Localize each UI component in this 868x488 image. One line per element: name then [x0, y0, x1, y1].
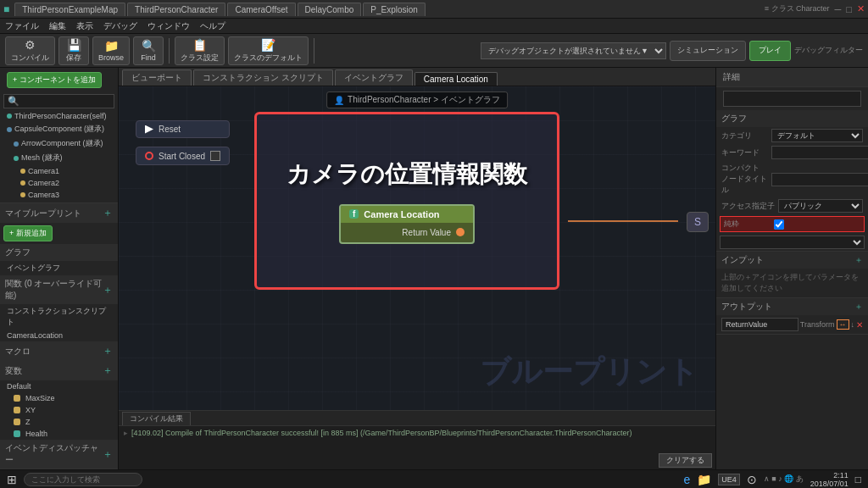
var-maxsize[interactable]: MaxSize: [0, 392, 118, 404]
tab-camera-location[interactable]: Camera Location: [415, 72, 498, 86]
taskbar-search-input[interactable]: [24, 473, 142, 486]
compile-results-tab[interactable]: コンパイル結果: [122, 412, 191, 425]
camera-location-node[interactable]: f Camera Location Return Value: [339, 204, 475, 244]
category-select[interactable]: デフォルト: [771, 129, 863, 142]
component-search-input[interactable]: [19, 97, 110, 106]
component-capsule[interactable]: CapsuleComponent (継承): [0, 122, 118, 136]
checkbox-icon[interactable]: [210, 151, 220, 161]
node-title-input[interactable]: [771, 173, 868, 186]
notification-icon[interactable]: □: [855, 474, 861, 485]
add-macro-icon[interactable]: ＋: [103, 344, 113, 358]
var-icon: [14, 419, 20, 425]
ue4-icon[interactable]: UE4: [718, 474, 740, 485]
dot-icon: [20, 180, 25, 186]
browse-button[interactable]: 📁 Browse: [92, 36, 130, 65]
tab-event-graph[interactable]: イベントグラフ: [335, 69, 413, 86]
add-output-icon[interactable]: ＋: [854, 301, 863, 313]
component-search[interactable]: 🔍: [3, 94, 114, 108]
access-label: アクセス指定子: [721, 201, 775, 212]
tab-third-person-char[interactable]: ThirdPersonCharacter: [127, 3, 225, 16]
delete-output-button[interactable]: ✕: [856, 320, 863, 330]
output-label-input[interactable]: [721, 318, 798, 331]
access-field: アクセス指定子 パブリック: [716, 197, 868, 214]
inputs-header[interactable]: インプット ＋: [716, 252, 868, 269]
macros-section-header[interactable]: マクロ＋: [0, 341, 118, 361]
class-settings-button[interactable]: 📋 クラス設定: [175, 36, 225, 65]
file-icon[interactable]: 📁: [697, 473, 711, 486]
toolbar: ⚙ コンパイル 💾 保存 📁 Browse 🔍 Find 📋 クラス設定 📝 ク…: [0, 34, 868, 68]
pure-label: 純粋: [724, 219, 771, 230]
camera-location-item[interactable]: CameraLocation: [0, 330, 118, 341]
play-button[interactable]: プレイ: [749, 41, 791, 61]
center-area: ビューポート コンストラクション スクリプト イベントグラフ Camera Lo…: [119, 68, 715, 469]
compile-button[interactable]: ⚙ コンパイル: [5, 36, 55, 65]
save-button[interactable]: 💾 保存: [58, 36, 89, 65]
tab-explosion[interactable]: P_Explosion: [363, 3, 426, 16]
menu-file[interactable]: ファイル: [5, 20, 39, 32]
tab-camera-offset[interactable]: CameraOffset: [227, 3, 295, 16]
add-input-icon[interactable]: ＋: [854, 254, 863, 266]
add-blueprint-icon[interactable]: ＋: [103, 206, 113, 220]
graph-section-header[interactable]: グラフ: [0, 244, 118, 261]
function-icon: f: [349, 209, 359, 219]
node-title-label: コンパクト ノードタイトル: [721, 163, 768, 196]
s-node[interactable]: S: [687, 212, 709, 232]
chrome-icon[interactable]: ⊙: [747, 473, 757, 486]
component-camera1[interactable]: Camera1: [0, 165, 118, 177]
category-field: カテゴリ デフォルト: [716, 127, 868, 144]
my-blueprint-header[interactable]: マイブループリント ＋: [0, 203, 118, 223]
add-new-button[interactable]: + 新規追加: [3, 225, 53, 241]
close-icon[interactable]: ✕: [857, 3, 865, 14]
category-label: カテゴリ: [721, 130, 768, 141]
var-health[interactable]: Health: [0, 428, 118, 440]
start-closed-node[interactable]: Start Closed: [136, 147, 230, 165]
reset-node[interactable]: Reset: [136, 120, 230, 138]
maximize-icon[interactable]: □: [846, 4, 852, 14]
minimize-icon[interactable]: ─: [835, 4, 842, 14]
var-xy[interactable]: XY: [0, 404, 118, 416]
menu-debug[interactable]: デバッグ: [103, 20, 137, 32]
component-camera3[interactable]: Camera3: [0, 189, 118, 201]
menu-edit[interactable]: 編集: [49, 20, 66, 32]
simulation-button[interactable]: シミュレーション: [670, 41, 746, 61]
component-arrow[interactable]: ArrowComponent (継承): [0, 136, 118, 151]
blueprint-canvas[interactable]: 👤 ThirdPersonCharacter > イベントグラフ Reset S…: [119, 86, 715, 410]
component-camera2[interactable]: Camera2: [0, 177, 118, 189]
status-bar: ⊞ e 📁 UE4 ⊙ ∧ ■ ♪ 🌐 あ 2:11 2018/07/01 □: [0, 469, 868, 488]
pure-checkbox[interactable]: [774, 219, 784, 230]
tab-delay-combo[interactable]: DelayCombo: [298, 3, 362, 16]
add-variable-icon[interactable]: ＋: [103, 363, 113, 378]
functions-section-header[interactable]: 関数 (0 オーバーライド可能)＋: [0, 275, 118, 304]
variables-section-header[interactable]: 変数＋: [0, 361, 118, 380]
right-search-input[interactable]: [723, 91, 861, 107]
event-dispatchers-header[interactable]: イベントディスパッチャー＋: [0, 440, 118, 469]
tab-third-person-map[interactable]: ThirdPersonExampleMap: [14, 3, 125, 16]
var-icon: [14, 430, 20, 437]
sub-tab-bar: ビューポート コンストラクション スクリプト イベントグラフ Camera Lo…: [119, 68, 715, 86]
event-graph-item[interactable]: イベントグラフ: [0, 261, 118, 275]
class-defaults-button[interactable]: 📝 クラスのデフォルト: [228, 36, 309, 65]
menu-help[interactable]: ヘルプ: [200, 20, 225, 32]
tab-viewport[interactable]: ビューポート: [122, 69, 192, 86]
outputs-header[interactable]: アウトプット ＋: [716, 298, 868, 315]
return-pin: [456, 228, 465, 236]
pure-select[interactable]: [720, 236, 865, 249]
component-mesh[interactable]: Mesh (継承): [0, 151, 118, 165]
add-component-button[interactable]: + コンポーネントを追加: [7, 72, 102, 88]
graph-section-header[interactable]: グラフ: [716, 110, 868, 127]
component-self[interactable]: ThirdPersonCharacter(self): [0, 110, 118, 122]
construction-script-item[interactable]: コンストラクションスクリプト: [0, 304, 118, 330]
add-function-icon[interactable]: ＋: [103, 283, 113, 297]
debug-object-select[interactable]: デバッグオブジェクトが選択されていません▼: [481, 42, 666, 59]
ie-icon[interactable]: e: [683, 473, 690, 486]
menu-view[interactable]: 表示: [76, 20, 93, 32]
var-default[interactable]: Default: [0, 380, 118, 392]
add-dispatcher-icon[interactable]: ＋: [103, 447, 113, 462]
tab-construction-script[interactable]: コンストラクション スクリプト: [193, 69, 333, 86]
keyword-input[interactable]: [771, 146, 868, 159]
var-z[interactable]: Z: [0, 416, 118, 428]
menu-window[interactable]: ウィンドウ: [147, 20, 190, 32]
find-button[interactable]: 🔍 Find: [133, 36, 164, 65]
access-select[interactable]: パブリック: [778, 199, 863, 213]
clear-button[interactable]: クリアする: [659, 453, 712, 468]
